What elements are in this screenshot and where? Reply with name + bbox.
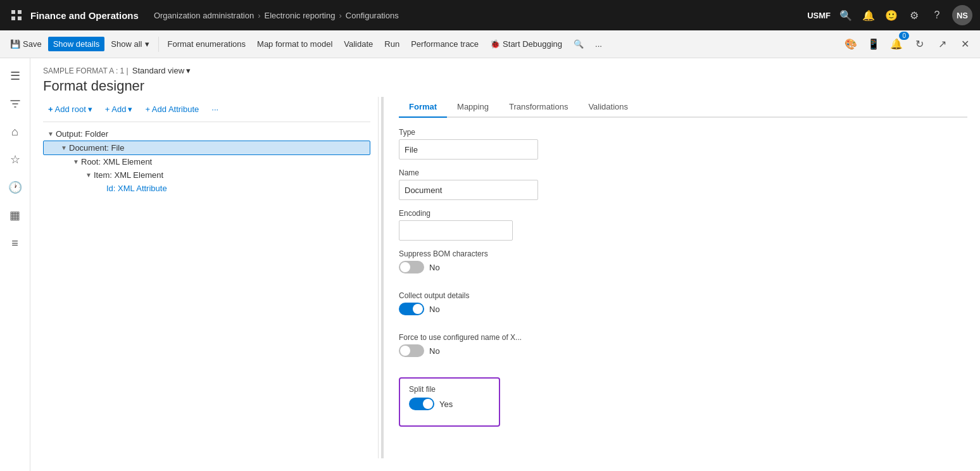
suppress-bom-toggle[interactable] [399,261,424,273]
split-file-text: Yes [439,399,453,409]
add-button[interactable]: + Add ▾ [100,102,138,116]
environment-label: USMF [807,11,831,20]
split-file-box: Split file Yes [399,377,500,427]
panel-divider[interactable] [381,97,384,458]
tree-toolbar: + Add root ▾ + Add ▾ + Add Attribute ··· [43,97,370,122]
tab-format[interactable]: Format [399,97,447,118]
breadcrumb: Organization administration › Electronic… [154,11,802,20]
validate-button[interactable]: Validate [339,37,378,51]
name-field-group: Name [399,168,967,200]
home-icon[interactable]: ⌂ [3,119,28,144]
name-label: Name [399,168,967,177]
notification-badge: 0 [899,32,909,40]
plus-icon: + [48,104,53,114]
filter-icon[interactable] [3,91,28,116]
tree-item-id[interactable]: Id: XML Attribute [43,182,370,195]
tree-item-root[interactable]: ▼ Root: XML Element [43,155,370,168]
smiley-icon[interactable]: 🙂 [884,8,899,23]
add-root-label: Add root [55,104,86,114]
split-file-label: Split file [409,385,490,394]
show-all-button[interactable]: Show all ▾ [106,37,154,51]
tree-more-button[interactable]: ··· [206,102,223,116]
main-layout: ☰ ⌂ ☆ 🕐 ▦ ≡ SAMPLE FORMAT A : 1 | Standa… [0,58,980,471]
hamburger-icon[interactable]: ☰ [3,63,28,89]
suppress-bom-label: Suppress BOM characters [399,249,967,258]
show-details-button[interactable]: Show details [48,37,105,51]
tree-item-label: Id: XML Attribute [106,184,368,193]
encoding-field-group: Encoding [399,209,967,241]
recents-icon[interactable]: 🕐 [3,175,28,200]
tree-more-label: ··· [211,104,218,114]
notification-icon[interactable]: 🔔 [861,8,876,23]
arrow-icon: ▼ [71,158,81,165]
collect-output-group: Collect output details No [399,291,967,324]
avatar[interactable]: NS [952,5,972,25]
tree-item-output[interactable]: ▼ Output: Folder [43,127,370,141]
page-header: SAMPLE FORMAT A : 1 | Standard view ▾ Fo… [30,58,980,97]
add-attribute-button[interactable]: + Add Attribute [140,102,204,116]
settings-icon[interactable]: ⚙ [907,8,922,23]
refresh-icon[interactable]: ↻ [909,34,929,54]
suppress-bom-group: Suppress BOM characters No [399,249,967,282]
save-button[interactable]: 💾 Save [5,37,47,51]
chevron-down-icon: ▾ [145,39,149,49]
props-panel: Format Mapping Transformations Validatio… [386,97,967,458]
breadcrumb-item-1[interactable]: Organization administration [154,11,254,20]
force-use-group: Force to use configured name of X... No [399,333,967,366]
modules-icon[interactable]: ≡ [3,230,28,256]
phone-icon[interactable]: 📱 [864,34,884,54]
grid-menu-icon[interactable] [8,6,25,24]
collect-output-text: No [429,305,440,314]
external-link-icon[interactable]: ↗ [932,34,952,54]
more-options-button[interactable]: ... [590,37,607,51]
performance-trace-button[interactable]: Performance trace [406,37,484,51]
format-enumerations-button[interactable]: Format enumerations [163,37,251,51]
arrow-icon: ▼ [84,172,94,179]
map-format-label: Map format to model [257,39,332,49]
tree-panel: + Add root ▾ + Add ▾ + Add Attribute ··· [43,97,379,458]
tree-item-document[interactable]: ▼ Document: File [43,141,370,155]
split-file-toggle[interactable] [409,398,434,410]
add-root-button[interactable]: + Add root ▾ [43,102,97,116]
tab-transformations[interactable]: Transformations [499,97,578,118]
search-toolbar-button[interactable]: 🔍 [569,37,589,51]
type-label: Type [399,128,967,137]
encoding-input[interactable] [399,220,513,241]
svg-rect-3 [18,16,22,20]
favorites-icon[interactable]: ☆ [3,147,28,172]
help-icon[interactable]: ? [929,8,945,23]
breadcrumb-item-3[interactable]: Configurations [346,11,399,20]
more-label: ... [595,39,602,49]
arrow-icon [96,185,106,192]
close-icon[interactable]: ✕ [955,34,975,54]
page-title: Format designer [43,78,967,94]
tab-validations[interactable]: Validations [578,97,638,118]
breadcrumb-sep-1: › [258,11,260,20]
run-button[interactable]: Run [379,37,405,51]
run-label: Run [384,39,399,49]
top-bar: Finance and Operations Organization admi… [0,0,980,30]
standard-view-dropdown[interactable]: Standard view ▾ [132,66,191,75]
force-use-toggle-row: No [399,344,967,357]
start-debugging-button[interactable]: 🐞 Start Debugging [485,37,567,51]
tree-item-label: Document: File [69,143,367,153]
search-icon[interactable]: 🔍 [838,8,853,23]
split-file-toggle-row: Yes [409,398,490,410]
encoding-label: Encoding [399,209,967,218]
tree-item-item[interactable]: ▼ Item: XML Element [43,168,370,182]
type-input[interactable] [399,139,538,160]
badge-wrap: 🔔 0 [886,34,907,54]
show-all-label: Show all [111,39,142,49]
save-icon: 💾 [10,39,20,49]
arrow-icon: ▼ [59,144,69,151]
breadcrumb-item-2[interactable]: Electronic reporting [264,11,335,20]
name-input[interactable] [399,180,538,200]
tab-mapping[interactable]: Mapping [447,97,499,118]
collect-output-toggle[interactable] [399,303,424,315]
tabs: Format Mapping Transformations Validatio… [399,97,967,118]
add-attribute-label: + Add Attribute [145,104,199,114]
palette-icon[interactable]: 🎨 [841,34,861,54]
workspaces-icon[interactable]: ▦ [3,203,28,228]
force-use-toggle[interactable] [399,344,424,357]
map-format-button[interactable]: Map format to model [252,37,337,51]
